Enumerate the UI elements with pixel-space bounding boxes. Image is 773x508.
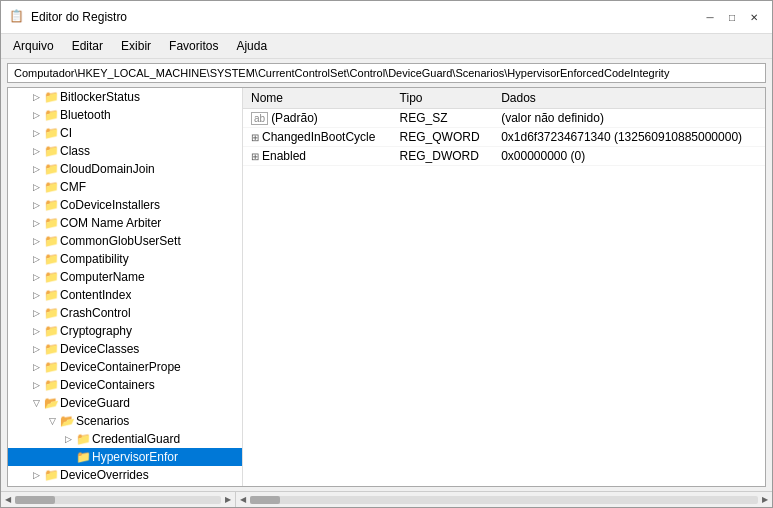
tree-label: CredentialGuard — [92, 432, 180, 446]
tree-item-commonglobusersett[interactable]: ▷ 📁 CommonGlobUserSett — [8, 232, 242, 250]
row-name: ⊞Enabled — [243, 147, 392, 166]
right-scrollbar[interactable]: ◀ ▶ — [236, 492, 772, 507]
folder-icon: 📂 — [60, 414, 74, 428]
expand-icon[interactable] — [60, 449, 76, 465]
close-button[interactable]: ✕ — [744, 7, 764, 27]
expand-icon[interactable]: ▷ — [60, 431, 76, 447]
folder-icon: 📁 — [44, 342, 58, 356]
table-row[interactable]: ab(Padrão) REG_SZ (valor não definido) — [243, 109, 765, 128]
expand-icon[interactable]: ▷ — [28, 233, 44, 249]
right-panel: Nome Tipo Dados ab(Padrão) REG_SZ (valor… — [243, 88, 765, 486]
tree-item-comname[interactable]: ▷ 📁 COM Name Arbiter — [8, 214, 242, 232]
tree-item-computername[interactable]: ▷ 📁 ComputerName — [8, 268, 242, 286]
tree-item-devicepanels[interactable]: ▷ 📁 DevicePanels — [8, 484, 242, 486]
folder-icon: 📁 — [44, 234, 58, 248]
registry-table: Nome Tipo Dados ab(Padrão) REG_SZ (valor… — [243, 88, 765, 166]
tree-item-class[interactable]: ▷ 📁 Class — [8, 142, 242, 160]
tree-item-crashcontrol[interactable]: ▷ 📁 CrashControl — [8, 304, 242, 322]
expand-icon[interactable]: ▷ — [28, 485, 44, 486]
expand-icon[interactable]: ▷ — [28, 359, 44, 375]
tree-panel[interactable]: ▷ 📁 BitlockerStatus ▷ 📁 Bluetooth ▷ 📁 CI… — [8, 88, 243, 486]
expand-icon[interactable]: ▷ — [28, 161, 44, 177]
tree-item-bitlockerstatus[interactable]: ▷ 📁 BitlockerStatus — [8, 88, 242, 106]
menu-ajuda[interactable]: Ajuda — [228, 36, 275, 56]
expand-icon[interactable]: ▷ — [28, 197, 44, 213]
expand-icon[interactable]: ▷ — [28, 89, 44, 105]
tree-label: CrashControl — [60, 306, 131, 320]
tree-label: Cryptography — [60, 324, 132, 338]
tree-item-cmf[interactable]: ▷ 📁 CMF — [8, 178, 242, 196]
col-tipo[interactable]: Tipo — [392, 88, 494, 109]
folder-icon: 📁 — [44, 126, 58, 140]
expand-icon[interactable]: ▷ — [28, 251, 44, 267]
folder-icon: 📁 — [44, 288, 58, 302]
tree-item-scenarios[interactable]: ▽ 📂 Scenarios — [8, 412, 242, 430]
expand-icon[interactable]: ▷ — [28, 143, 44, 159]
address-bar[interactable]: Computador\HKEY_LOCAL_MACHINE\SYSTEM\Cur… — [7, 63, 766, 83]
tree-item-deviceoverrides[interactable]: ▷ 📁 DeviceOverrides — [8, 466, 242, 484]
tree-item-ci[interactable]: ▷ 📁 CI — [8, 124, 242, 142]
minimize-button[interactable]: ─ — [700, 7, 720, 27]
row-type: REG_DWORD — [392, 147, 494, 166]
row-data: 0x00000000 (0) — [493, 147, 765, 166]
tree-label: CMF — [60, 180, 86, 194]
expand-icon[interactable]: ▽ — [44, 413, 60, 429]
expand-icon[interactable]: ▷ — [28, 269, 44, 285]
tree-item-devicecontainerprope[interactable]: ▷ 📁 DeviceContainerPrope — [8, 358, 242, 376]
tree-item-deviceguard[interactable]: ▽ 📂 DeviceGuard — [8, 394, 242, 412]
col-dados[interactable]: Dados — [493, 88, 765, 109]
tree-label: DeviceOverrides — [60, 468, 149, 482]
folder-icon: 📁 — [44, 198, 58, 212]
col-nome[interactable]: Nome — [243, 88, 392, 109]
tree-item-compatibility[interactable]: ▷ 📁 Compatibility — [8, 250, 242, 268]
tree-item-cryptography[interactable]: ▷ 📁 Cryptography — [8, 322, 242, 340]
tree-item-contentindex[interactable]: ▷ 📁 ContentIndex — [8, 286, 242, 304]
table-row[interactable]: ⊞Enabled REG_DWORD 0x00000000 (0) — [243, 147, 765, 166]
tree-scrollbar[interactable]: ◀ ▶ — [1, 492, 236, 507]
tree-item-devicecontainers[interactable]: ▷ 📁 DeviceContainers — [8, 376, 242, 394]
folder-icon: 📁 — [76, 450, 90, 464]
tree-label: DeviceContainerPrope — [60, 360, 181, 374]
tree-label: DeviceClasses — [60, 342, 139, 356]
row-data: 0x1d6f37234671340 (132560910885000000) — [493, 128, 765, 147]
expand-icon[interactable]: ▷ — [28, 287, 44, 303]
expand-icon[interactable]: ▷ — [28, 305, 44, 321]
tree-item-credentialguard[interactable]: ▷ 📁 CredentialGuard — [8, 430, 242, 448]
scroll-left-arrow[interactable]: ◀ — [3, 495, 13, 504]
scroll-right-arrow[interactable]: ▶ — [760, 495, 770, 504]
folder-icon: 📁 — [44, 180, 58, 194]
menu-arquivo[interactable]: Arquivo — [5, 36, 62, 56]
tree-item-clouddomainjoin[interactable]: ▷ 📁 CloudDomainJoin — [8, 160, 242, 178]
tree-label: Class — [60, 144, 90, 158]
bottom-scrollbars: ◀ ▶ ◀ ▶ — [1, 491, 772, 507]
expand-icon[interactable]: ▷ — [28, 377, 44, 393]
tree-item-bluetooth[interactable]: ▷ 📁 Bluetooth — [8, 106, 242, 124]
tree-label: DeviceContainers — [60, 378, 155, 392]
scroll-left-arrow[interactable]: ◀ — [238, 495, 248, 504]
expand-icon[interactable]: ▷ — [28, 323, 44, 339]
tree-label: ComputerName — [60, 270, 145, 284]
title-bar: 📋 Editor do Registro ─ □ ✕ — [1, 1, 772, 34]
scroll-right-arrow[interactable]: ▶ — [223, 495, 233, 504]
tree-item-deviceclasses[interactable]: ▷ 📁 DeviceClasses — [8, 340, 242, 358]
expand-icon[interactable]: ▷ — [28, 215, 44, 231]
tree-label: ContentIndex — [60, 288, 131, 302]
expand-icon[interactable]: ▷ — [28, 341, 44, 357]
tree-item-hypervisorenfor[interactable]: 📁 HypervisorEnfor — [8, 448, 242, 466]
maximize-button[interactable]: □ — [722, 7, 742, 27]
tree-label: CI — [60, 126, 72, 140]
tree-item-codeviceinstallers[interactable]: ▷ 📁 CoDeviceInstallers — [8, 196, 242, 214]
folder-icon: 📁 — [44, 360, 58, 374]
menu-editar[interactable]: Editar — [64, 36, 111, 56]
folder-icon: 📂 — [44, 396, 58, 410]
table-row[interactable]: ⊞ChangedInBootCycle REG_QWORD 0x1d6f3723… — [243, 128, 765, 147]
expand-icon[interactable]: ▷ — [28, 107, 44, 123]
expand-icon[interactable]: ▷ — [28, 179, 44, 195]
expand-icon[interactable]: ▷ — [28, 125, 44, 141]
menu-favoritos[interactable]: Favoritos — [161, 36, 226, 56]
folder-icon: 📁 — [44, 378, 58, 392]
expand-icon[interactable]: ▷ — [28, 467, 44, 483]
menu-exibir[interactable]: Exibir — [113, 36, 159, 56]
folder-icon: 📁 — [76, 432, 90, 446]
expand-icon[interactable]: ▽ — [28, 395, 44, 411]
